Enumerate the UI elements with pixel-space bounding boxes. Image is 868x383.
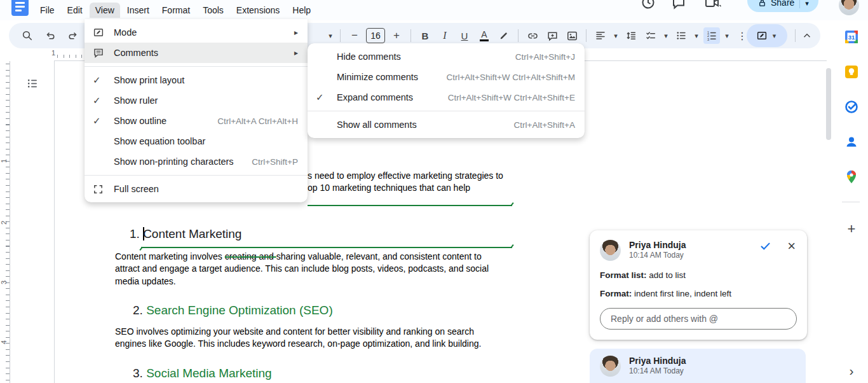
menu-item-comments[interactable]: Comments ▸ <box>85 43 308 63</box>
comment-card[interactable]: Priya Hinduja 10:14 AM Today × Format li… <box>590 230 807 340</box>
font-caret-icon[interactable]: ▾ <box>327 32 334 40</box>
menu-item-show-non-printing-characters[interactable]: Show non-printing characters Ctrl+Shift+… <box>85 151 308 172</box>
menu-item-label: Show print layout <box>114 75 184 85</box>
menu-format[interactable]: Format <box>156 3 196 18</box>
numbered-list-caret-icon[interactable]: ▾ <box>723 32 731 40</box>
get-add-ons-button[interactable]: + <box>843 221 860 237</box>
google-keep-icon[interactable] <box>843 64 860 80</box>
vertical-ruler-number: 4 <box>0 338 8 346</box>
text-color-button[interactable]: A <box>476 27 492 44</box>
menu-file[interactable]: File <box>34 3 60 18</box>
menu-extensions[interactable]: Extensions <box>231 3 285 18</box>
menu-item-show-outline[interactable]: ✓ Show outline Ctrl+Alt+A Ctrl+Alt+H <box>85 111 308 131</box>
share-button[interactable]: Share ▾ <box>747 0 818 12</box>
checklist-button[interactable] <box>642 27 659 44</box>
paragraph-line: SEO involves optimizing your website and… <box>115 326 481 338</box>
google-contacts-icon[interactable] <box>843 134 860 150</box>
heading-text: Search Engine Optimization (SEO) <box>146 303 333 317</box>
vertical-ruler-number: 2 <box>0 219 8 226</box>
comment-author: Priya Hinduja <box>629 240 686 251</box>
menu-divider <box>85 66 308 67</box>
insert-image-button[interactable] <box>564 27 580 44</box>
menu-item-mode[interactable]: Mode ▸ <box>85 22 308 43</box>
italic-button[interactable]: I <box>437 27 453 44</box>
heading-2: 2. Search Engine Optimization (SEO) <box>133 303 333 317</box>
toolbar-divider <box>340 29 341 42</box>
heading-number: 3. <box>133 366 143 380</box>
menu-item-show-ruler[interactable]: ✓ Show ruler <box>85 90 308 111</box>
bulleted-list-button[interactable] <box>673 27 689 44</box>
menu-help[interactable]: Help <box>287 3 316 18</box>
highlight-color-button[interactable] <box>496 27 512 44</box>
menu-view[interactable]: View <box>90 3 120 18</box>
show-outline-icon[interactable] <box>25 76 41 92</box>
accept-suggestion-button[interactable] <box>759 239 772 253</box>
check-icon: ✓ <box>93 74 108 86</box>
google-docs-app: 1 1 2 3 4 s need to employ effective mar… <box>0 0 868 383</box>
mode-icon <box>93 27 108 38</box>
avatar <box>600 240 621 261</box>
topbar: File Edit View Insert Format Tools Exten… <box>0 0 868 20</box>
toolbar-divider <box>410 29 411 42</box>
version-history-icon[interactable] <box>641 0 656 10</box>
decrease-font-size-button[interactable]: − <box>346 27 363 44</box>
heading-text: Content Marketing <box>143 227 241 240</box>
menu-insert[interactable]: Insert <box>121 3 155 18</box>
google-docs-logo-icon[interactable] <box>11 0 29 16</box>
align-caret-icon[interactable]: ▾ <box>612 32 620 40</box>
vertical-ruler-line <box>10 61 10 383</box>
editing-mode-button[interactable]: ▾ <box>747 24 787 47</box>
share-caret-icon[interactable]: ▾ <box>800 0 815 12</box>
comment-author: Priya Hinduja <box>629 356 686 366</box>
insert-link-button[interactable] <box>524 27 541 44</box>
add-comment-button[interactable] <box>544 27 560 44</box>
menu-item-show-equation-toolbar[interactable]: Show equation toolbar <box>85 131 308 151</box>
font-size-input[interactable]: 16 <box>366 28 385 43</box>
menu-item-expand-comments[interactable]: ✓ Expand comments Ctrl+Alt+Shift+W Ctrl+… <box>308 87 585 108</box>
mode-caret-icon: ▾ <box>771 32 778 40</box>
heading-number: 2. <box>133 303 143 317</box>
rail-divider <box>842 202 860 202</box>
menu-edit[interactable]: Edit <box>62 3 88 18</box>
calendar-day-label: 31 <box>848 34 855 41</box>
expand-comment-chevron[interactable]: › <box>844 363 859 379</box>
menu-shortcut: Ctrl+Alt+Shift+J <box>515 52 575 62</box>
menu-item-minimize-comments[interactable]: Minimize comments Ctrl+Alt+Shift+W Ctrl+… <box>308 67 585 87</box>
align-button[interactable] <box>592 27 609 44</box>
bold-button[interactable]: B <box>417 27 433 44</box>
google-tasks-icon[interactable] <box>843 99 860 115</box>
comment-timestamp: 10:14 AM Today <box>629 251 686 260</box>
menu-item-hide-comments[interactable]: Hide comments Ctrl+Alt+Shift+J <box>308 46 585 67</box>
line-spacing-button[interactable] <box>623 27 639 44</box>
hide-menus-button[interactable] <box>799 27 815 44</box>
bulleted-list-caret-icon[interactable]: ▾ <box>693 32 700 40</box>
reply-input[interactable] <box>600 308 797 330</box>
menu-item-label: Show all comments <box>337 120 417 130</box>
search-menus-button[interactable] <box>19 27 36 44</box>
underline-button[interactable]: U <box>456 27 473 44</box>
google-maps-icon[interactable] <box>843 169 860 185</box>
increase-font-size-button[interactable]: + <box>388 27 405 44</box>
undo-button[interactable] <box>42 27 58 44</box>
comment-card-collapsed[interactable]: Priya Hinduja 10:14 AM Today <box>590 349 806 383</box>
google-calendar-icon[interactable]: 31 <box>843 29 860 45</box>
video-call-icon[interactable] <box>704 0 722 10</box>
horizontal-ruler-number: 1 <box>51 49 55 57</box>
lock-icon <box>757 0 767 8</box>
numbered-list-button[interactable]: 123 <box>703 27 720 44</box>
menu-item-show-print-layout[interactable]: ✓ Show print layout <box>85 70 308 90</box>
toolbar-divider <box>518 29 519 42</box>
toolbar-divider <box>586 29 587 42</box>
menu-item-full-screen[interactable]: Full screen <box>85 179 308 199</box>
document-scrollbar[interactable] <box>826 68 831 140</box>
intro-paragraph: s need to employ effective marketing str… <box>308 170 503 195</box>
checklist-caret-icon[interactable]: ▾ <box>662 32 670 40</box>
account-avatar[interactable] <box>839 0 859 15</box>
reject-suggestion-button[interactable]: × <box>787 240 796 252</box>
open-comments-icon[interactable] <box>671 0 686 10</box>
submenu-arrow-icon: ▸ <box>294 48 298 57</box>
submenu-arrow-icon: ▸ <box>294 28 298 37</box>
menu-item-show-all-comments[interactable]: Show all comments Ctrl+Alt+Shift+A <box>308 115 585 135</box>
menu-tools[interactable]: Tools <box>197 3 229 18</box>
redo-button[interactable] <box>65 27 81 44</box>
